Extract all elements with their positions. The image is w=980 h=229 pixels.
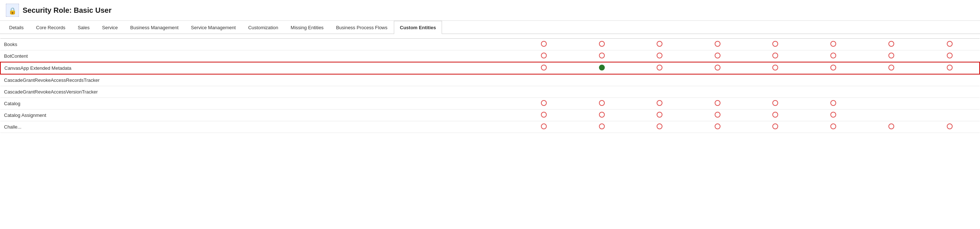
permission-cell[interactable]	[573, 39, 631, 50]
permission-cell[interactable]	[515, 110, 573, 121]
empty-circle-icon[interactable]	[657, 41, 662, 47]
tab-missing-entities[interactable]: Missing Entities	[284, 21, 329, 34]
empty-circle-icon[interactable]	[715, 124, 721, 129]
permission-cell[interactable]	[862, 86, 920, 98]
permission-cell[interactable]	[515, 98, 573, 110]
permission-cell[interactable]	[689, 98, 747, 110]
permission-cell[interactable]	[862, 62, 920, 74]
tab-custom-entities[interactable]: Custom Entities	[394, 21, 442, 34]
permission-cell[interactable]	[746, 74, 805, 86]
permission-cell[interactable]	[573, 74, 631, 86]
permission-cell[interactable]	[515, 62, 573, 74]
permission-cell[interactable]	[689, 74, 747, 86]
tab-sales[interactable]: Sales	[72, 21, 96, 34]
permission-cell[interactable]	[920, 62, 980, 74]
tab-core-records[interactable]: Core Records	[30, 21, 72, 34]
tab-business-process-flows[interactable]: Business Process Flows	[330, 21, 394, 34]
empty-circle-icon[interactable]	[830, 100, 836, 106]
empty-circle-icon[interactable]	[772, 112, 778, 118]
permission-cell[interactable]	[573, 62, 631, 74]
empty-circle-icon[interactable]	[888, 52, 894, 59]
empty-circle-icon[interactable]	[541, 124, 547, 129]
permission-cell[interactable]	[631, 110, 689, 121]
tab-business-management[interactable]: Business Management	[124, 21, 185, 34]
permission-cell[interactable]	[631, 50, 689, 62]
tab-details[interactable]: Details	[3, 21, 30, 34]
empty-circle-icon[interactable]	[888, 65, 894, 70]
empty-circle-icon[interactable]	[599, 112, 605, 118]
permission-cell[interactable]	[746, 98, 805, 110]
permission-cell[interactable]	[862, 39, 920, 50]
empty-circle-icon[interactable]	[657, 100, 662, 106]
empty-circle-icon[interactable]	[657, 112, 662, 118]
permission-cell[interactable]	[805, 39, 862, 50]
empty-circle-icon[interactable]	[830, 41, 836, 47]
empty-circle-icon[interactable]	[541, 100, 547, 106]
empty-circle-icon[interactable]	[947, 65, 953, 70]
permission-cell[interactable]	[631, 62, 689, 74]
permission-cell[interactable]	[573, 50, 631, 62]
empty-circle-icon[interactable]	[715, 65, 721, 70]
empty-circle-icon[interactable]	[888, 41, 894, 47]
permission-cell[interactable]	[631, 86, 689, 98]
permission-cell[interactable]	[515, 39, 573, 50]
permission-cell[interactable]	[746, 121, 805, 133]
empty-circle-icon[interactable]	[772, 52, 778, 59]
permission-cell[interactable]	[515, 86, 573, 98]
empty-circle-icon[interactable]	[947, 41, 953, 47]
permission-cell[interactable]	[689, 62, 747, 74]
permission-cell[interactable]	[862, 121, 920, 133]
permission-cell[interactable]	[573, 110, 631, 121]
empty-circle-icon[interactable]	[715, 112, 721, 118]
permission-cell[interactable]	[920, 50, 980, 62]
empty-circle-icon[interactable]	[541, 65, 547, 70]
permission-cell[interactable]	[805, 86, 862, 98]
empty-circle-icon[interactable]	[830, 52, 836, 59]
permission-cell[interactable]	[920, 39, 980, 50]
empty-circle-icon[interactable]	[830, 65, 836, 70]
permission-cell[interactable]	[573, 86, 631, 98]
permission-cell[interactable]	[862, 50, 920, 62]
permission-cell[interactable]	[746, 50, 805, 62]
permission-cell[interactable]	[920, 98, 980, 110]
empty-circle-icon[interactable]	[772, 124, 778, 129]
permission-cell[interactable]	[573, 98, 631, 110]
permission-cell[interactable]	[805, 110, 862, 121]
filled-circle-icon[interactable]	[599, 65, 605, 70]
empty-circle-icon[interactable]	[772, 65, 778, 70]
permission-cell[interactable]	[746, 110, 805, 121]
empty-circle-icon[interactable]	[715, 41, 721, 47]
permission-cell[interactable]	[631, 39, 689, 50]
empty-circle-icon[interactable]	[657, 52, 662, 59]
tab-service-management[interactable]: Service Management	[185, 21, 242, 34]
tab-service[interactable]: Service	[95, 21, 124, 34]
permission-cell[interactable]	[631, 121, 689, 133]
empty-circle-icon[interactable]	[599, 41, 605, 47]
permission-cell[interactable]	[515, 121, 573, 133]
tab-customization[interactable]: Customization	[242, 21, 284, 34]
empty-circle-icon[interactable]	[830, 124, 836, 129]
permission-cell[interactable]	[746, 62, 805, 74]
empty-circle-icon[interactable]	[947, 52, 953, 59]
empty-circle-icon[interactable]	[888, 124, 894, 129]
permission-cell[interactable]	[920, 121, 980, 133]
empty-circle-icon[interactable]	[541, 112, 547, 118]
permission-cell[interactable]	[805, 50, 862, 62]
permission-cell[interactable]	[573, 121, 631, 133]
permission-cell[interactable]	[920, 110, 980, 121]
empty-circle-icon[interactable]	[772, 100, 778, 106]
empty-circle-icon[interactable]	[541, 41, 547, 47]
permission-cell[interactable]	[862, 110, 920, 121]
empty-circle-icon[interactable]	[830, 112, 836, 118]
permission-cell[interactable]	[689, 39, 747, 50]
permission-cell[interactable]	[515, 50, 573, 62]
permission-cell[interactable]	[862, 74, 920, 86]
permission-cell[interactable]	[805, 98, 862, 110]
permission-cell[interactable]	[689, 50, 747, 62]
permission-cell[interactable]	[805, 121, 862, 133]
permission-cell[interactable]	[746, 39, 805, 50]
empty-circle-icon[interactable]	[947, 124, 953, 129]
empty-circle-icon[interactable]	[599, 124, 605, 129]
permission-cell[interactable]	[746, 86, 805, 98]
empty-circle-icon[interactable]	[715, 52, 721, 59]
